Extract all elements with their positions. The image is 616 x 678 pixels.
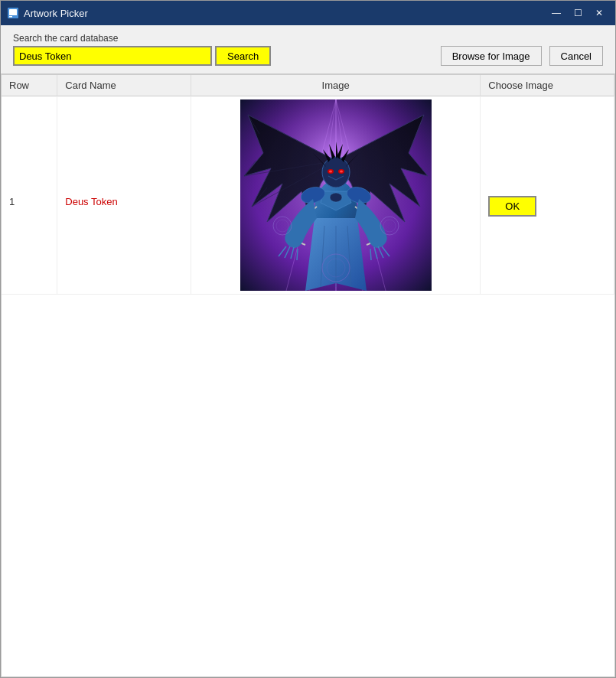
table-header-row: Row Card Name Image Choose Image: [2, 75, 614, 96]
cell-image: [191, 96, 480, 295]
search-button[interactable]: Search: [215, 46, 271, 66]
toolbar: Search the card database Search Browse f…: [1, 25, 615, 74]
col-header-choose-image: Choose Image: [481, 75, 614, 96]
table-row: 1 Deus Token: [2, 96, 614, 295]
svg-rect-1: [9, 9, 17, 15]
content-area: Row Card Name Image Choose Image 1 Deus …: [1, 74, 615, 677]
search-label: Search the card database: [13, 33, 271, 44]
search-group: Search the card database Search: [13, 33, 271, 66]
col-header-card-name: Card Name: [57, 75, 191, 96]
svg-point-22: [329, 171, 332, 173]
window-icon: [7, 7, 19, 19]
svg-point-23: [340, 171, 343, 173]
svg-point-11: [330, 193, 342, 202]
browse-for-image-button[interactable]: Browse for Image: [441, 46, 542, 66]
main-window: Artwork Picker — ☐ ✕ Search the card dat…: [0, 0, 616, 678]
card-image: [240, 99, 432, 291]
svg-rect-2: [9, 16, 12, 18]
col-header-row: Row: [2, 75, 57, 96]
close-button[interactable]: ✕: [589, 5, 609, 21]
title-bar: Artwork Picker — ☐ ✕: [1, 1, 615, 25]
cancel-button[interactable]: Cancel: [549, 46, 603, 66]
search-row: Search: [13, 46, 271, 66]
window-title: Artwork Picker: [24, 8, 88, 19]
search-input[interactable]: [13, 46, 212, 66]
title-bar-left: Artwork Picker: [7, 7, 88, 19]
cell-choose-image: OK: [481, 96, 614, 295]
title-bar-controls: — ☐ ✕: [546, 5, 609, 21]
ok-button[interactable]: OK: [488, 196, 536, 217]
minimize-button[interactable]: —: [546, 5, 566, 21]
maximize-button[interactable]: ☐: [568, 5, 588, 21]
cell-row-number: 1: [2, 96, 57, 295]
svg-point-19: [322, 157, 350, 187]
cell-card-name: Deus Token: [57, 96, 191, 295]
results-table: Row Card Name Image Choose Image 1 Deus …: [2, 75, 614, 295]
col-header-image: Image: [191, 75, 480, 96]
